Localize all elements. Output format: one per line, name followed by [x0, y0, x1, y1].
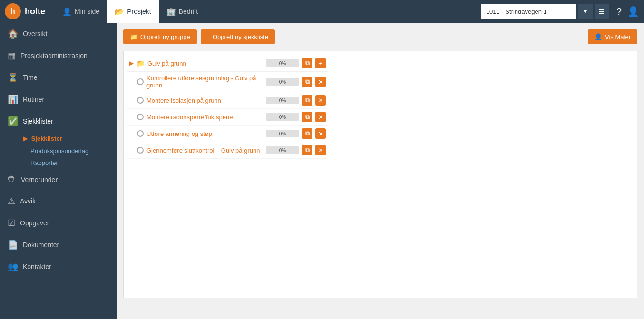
arrow-right-icon: ▶: [23, 135, 28, 142]
sidebar-item-vernerunder[interactable]: ⛑ Vernerunder: [0, 169, 117, 190]
sidebar-item-prosjektadministrasjon[interactable]: ▦ Prosjektadministrasjon: [0, 45, 117, 67]
item-del-btn-5[interactable]: ✕: [315, 145, 326, 155]
sidebar-rutiner-label: Rutiner: [23, 96, 44, 103]
home-icon: 🏠: [8, 29, 18, 39]
item-progress-label-5: 0%: [266, 146, 299, 154]
sidebar: 🏠 Oversikt ▦ Prosjektadministrasjon ⏳ Ti…: [0, 23, 117, 319]
item-del-btn-3[interactable]: ✕: [315, 112, 326, 122]
create-sjekkliste-button[interactable]: + Opprett ny sjekkliste: [201, 29, 275, 44]
content-area: 📁 Opprett ny gruppe + Opprett ny sjekkli…: [117, 23, 644, 319]
maler-icon: 👤: [595, 33, 602, 40]
item-copy-btn-1[interactable]: ⧉: [302, 77, 312, 87]
item-progress-label-1: 0%: [266, 78, 299, 86]
list-item: Montere radonsperre/fuktsperre 0% ⧉ ✕: [127, 109, 328, 126]
item-del-btn-1[interactable]: ✕: [315, 77, 326, 87]
sidebar-item-sjekklister[interactable]: ✅ Sjekklister: [0, 110, 117, 132]
check-circle-5[interactable]: [137, 147, 144, 154]
sidebar-item-avvik[interactable]: ⚠ Avvik: [0, 190, 117, 212]
item-name-3[interactable]: Montere radonsperre/fuktsperre: [146, 114, 263, 121]
sidebar-item-oversikt[interactable]: 🏠 Oversikt: [0, 23, 117, 45]
item-progress-bar-2: 0%: [266, 97, 299, 104]
sidebar-item-rutiner[interactable]: 📊 Rutiner: [0, 88, 117, 110]
sidebar-item-kontakter[interactable]: 👥 Kontakter: [0, 256, 117, 278]
nav-min-side[interactable]: 👤 Min side: [55, 0, 107, 23]
sidebar-item-dokumenter[interactable]: 📄 Dokumenter: [0, 234, 117, 256]
sidebar-dokumenter-label: Dokumenter: [23, 241, 59, 249]
item-copy-btn-4[interactable]: ⧉: [302, 128, 312, 139]
item-progress-label-4: 0%: [266, 130, 299, 137]
user-icon: 👤: [62, 7, 72, 16]
check-circle-3[interactable]: [137, 114, 144, 120]
group-progress-bar: 0%: [266, 59, 299, 67]
item-progress-bar-1: 0%: [266, 78, 299, 86]
sidebar-oversikt-label: Oversikt: [23, 30, 47, 38]
top-nav-right: ? 👤: [616, 6, 639, 17]
item-name-1[interactable]: Kontrollere utførelsesgrunnlag - Gulv på…: [146, 75, 263, 89]
checklist-main: ▶ 📁 Gulv på grunn 0% ⧉ + Kontrollere utf…: [124, 51, 332, 298]
check-circle-1[interactable]: [137, 78, 144, 85]
group-row: ▶ 📁 Gulv på grunn 0% ⧉ +: [127, 55, 328, 72]
item-name-4[interactable]: Utføre armering og støp: [146, 130, 263, 137]
hard-hat-icon: ⛑: [8, 174, 16, 184]
item-progress-bar-4: 0%: [266, 130, 299, 137]
main-layout: 🏠 Oversikt ▦ Prosjektadministrasjon ⏳ Ti…: [0, 23, 644, 319]
item-del-btn-4[interactable]: ✕: [315, 128, 326, 139]
sidebar-sub-produksjonsunderlag[interactable]: Produksjonsunderlag: [15, 145, 117, 157]
sidebar-sub-sjekklister[interactable]: ▶ Sjekklister: [15, 132, 117, 145]
logo: h holte: [5, 3, 45, 19]
item-copy-btn-3[interactable]: ⧉: [302, 112, 312, 122]
project-list-btn[interactable]: ☰: [595, 4, 609, 19]
vis-maler-button[interactable]: 👤 Vis Maler: [588, 29, 637, 44]
sidebar-prosjektadm-label: Prosjektadministrasjon: [20, 52, 88, 59]
item-copy-btn-2[interactable]: ⧉: [302, 95, 312, 106]
logo-name: holte: [25, 7, 45, 17]
sidebar-item-time[interactable]: ⏳ Time: [0, 67, 117, 88]
item-progress-label-2: 0%: [266, 97, 299, 104]
nav-prosjekt[interactable]: 📂 Prosjekt: [107, 0, 159, 23]
nav-min-side-label: Min side: [75, 8, 99, 15]
top-nav: h holte 👤 Min side 📂 Prosjekt 🏢 Bedrift …: [0, 0, 644, 23]
expand-icon[interactable]: ▶: [129, 60, 134, 67]
group-add-button[interactable]: +: [315, 58, 326, 68]
item-progress-bar-5: 0%: [266, 146, 299, 154]
item-del-btn-2[interactable]: ✕: [315, 95, 326, 106]
sidebar-vernerunder-label: Vernerunder: [21, 176, 58, 184]
sidebar-avvik-label: Avvik: [20, 197, 36, 205]
create-group-button[interactable]: 📁 Opprett ny gruppe: [123, 29, 197, 44]
item-copy-btn-5[interactable]: ⧉: [302, 145, 312, 155]
checklist-right-panel: [332, 51, 637, 298]
item-name-2[interactable]: Montere isolasjon på grunn: [146, 97, 263, 104]
nav-bedrift[interactable]: 🏢 Bedrift: [159, 0, 205, 23]
item-name-5[interactable]: Gjennomføre sluttkontroll - Gulv på grun…: [146, 147, 263, 154]
user-profile-icon[interactable]: 👤: [627, 6, 639, 17]
sidebar-oppgaver-label: Oppgaver: [20, 219, 49, 227]
group-name[interactable]: Gulv på grunn: [147, 60, 263, 67]
group-folder-icon: 📁: [137, 59, 145, 67]
checklist-icon: ✅: [8, 116, 18, 126]
project-selector: ▾ ☰: [481, 4, 609, 19]
sidebar-kontakter-label: Kontakter: [23, 263, 51, 271]
group-copy-button[interactable]: ⧉: [302, 58, 312, 68]
list-item: Montere isolasjon på grunn 0% ⧉ ✕: [127, 92, 328, 109]
top-nav-items: 👤 Min side 📂 Prosjekt 🏢 Bedrift: [55, 0, 481, 23]
check-circle-2[interactable]: [137, 97, 144, 104]
contacts-icon: 👥: [8, 261, 18, 272]
sidebar-sub-menu: ▶ Sjekklister Produksjonsunderlag Rappor…: [0, 132, 117, 169]
sidebar-sjekklister-label: Sjekklister: [23, 117, 53, 125]
folder-add-icon: 📁: [130, 33, 137, 40]
sidebar-time-label: Time: [23, 74, 38, 81]
nav-bedrift-label: Bedrift: [179, 8, 198, 15]
list-item: Utføre armering og støp 0% ⧉ ✕: [127, 126, 328, 142]
sidebar-sub-rapporter[interactable]: Rapporter: [15, 157, 117, 169]
checklist-panel: ▶ 📁 Gulv på grunn 0% ⧉ + Kontrollere utf…: [123, 51, 637, 298]
check-circle-4[interactable]: [137, 130, 144, 137]
grid-icon: ▦: [8, 50, 16, 61]
sidebar-item-oppgaver[interactable]: ☑ Oppgaver: [0, 212, 117, 234]
project-input[interactable]: [481, 4, 576, 19]
toolbar-left: 📁 Opprett ny gruppe + Opprett ny sjekkli…: [123, 29, 275, 44]
help-icon[interactable]: ?: [616, 6, 622, 17]
project-dropdown-btn[interactable]: ▾: [578, 4, 593, 19]
toolbar: 📁 Opprett ny gruppe + Opprett ny sjekkli…: [123, 29, 637, 44]
list-item: Gjennomføre sluttkontroll - Gulv på grun…: [127, 142, 328, 159]
item-progress-bar-3: 0%: [266, 113, 299, 121]
